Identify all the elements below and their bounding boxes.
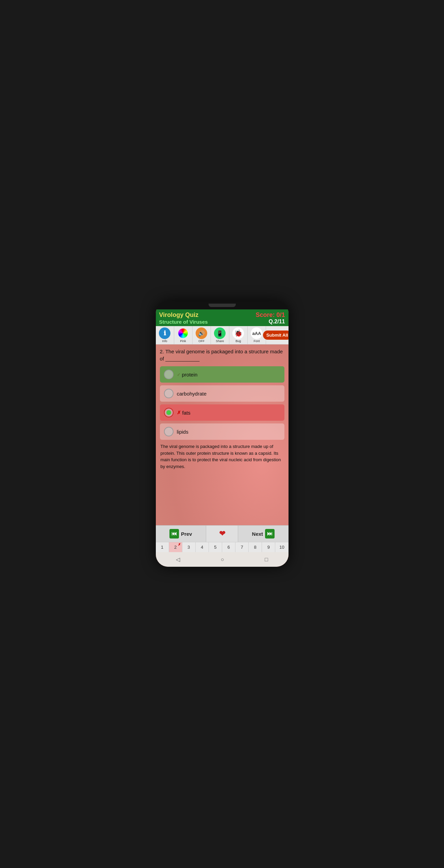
- option-1[interactable]: ✓ protein: [160, 366, 284, 383]
- next-label: Next: [252, 531, 263, 537]
- app-title: Virology Quiz: [159, 311, 199, 319]
- info-label: Info: [162, 339, 167, 343]
- screen: Virology Quiz Score: 0/1 Structure of Vi…: [156, 309, 289, 567]
- radio-2: [164, 389, 174, 398]
- page-9[interactable]: 9: [262, 542, 275, 552]
- prev-icon: ⏮: [169, 529, 179, 539]
- toolbar-submit[interactable]: Submit All: [266, 329, 289, 341]
- explanation: The viral genome is packaged into a stru…: [160, 443, 284, 470]
- prev-label: Prev: [181, 531, 192, 537]
- header-row2: Structure of Viruses Q.2/11: [159, 319, 285, 325]
- bottom-nav: ⏮ Prev ❤ Next ⏭: [156, 525, 289, 542]
- toolbar-pink[interactable]: Pink: [174, 326, 193, 344]
- page-8[interactable]: 8: [249, 542, 262, 552]
- content: Virology Quiz Score: 0/1 Structure of Vi…: [156, 309, 289, 567]
- question-number: Q.2/11: [268, 319, 285, 325]
- heart-icon: ❤: [219, 529, 225, 538]
- toolbar-speaker[interactable]: 🔊 OFF: [193, 326, 211, 344]
- heart-button[interactable]: ❤: [206, 526, 238, 542]
- option-4[interactable]: lipids: [160, 423, 284, 440]
- back-button[interactable]: ◁: [169, 555, 187, 564]
- toolbar-info[interactable]: ℹ Info: [156, 326, 174, 344]
- quiz-area: 2. The viral genome is packaged into a s…: [156, 344, 289, 525]
- page-1[interactable]: 1: [156, 542, 169, 552]
- subtitle: Structure of Viruses: [159, 319, 208, 325]
- radio-4: [164, 427, 174, 436]
- radio-inner-3: [166, 410, 171, 415]
- option-text-4: lipids: [177, 429, 188, 435]
- font-icon: aAA: [251, 327, 262, 339]
- phone-frame: Virology Quiz Score: 0/1 Structure of Vi…: [156, 301, 289, 567]
- submit-all-button[interactable]: Submit All: [263, 331, 289, 340]
- wrong-mark-2: ✗: [178, 543, 181, 546]
- bug-icon: 🐞: [232, 327, 244, 339]
- page-5[interactable]: 5: [209, 542, 222, 552]
- radio-3: [164, 408, 174, 417]
- option-2[interactable]: carbohydrate: [160, 385, 284, 402]
- font-label: Font: [253, 339, 260, 343]
- share-icon: 📱: [214, 327, 226, 339]
- header-row1: Virology Quiz Score: 0/1: [159, 311, 285, 319]
- page-3[interactable]: 3: [182, 542, 196, 552]
- option-text-1: protein: [182, 372, 198, 377]
- toolbar-bug[interactable]: 🐞 Bug: [229, 326, 248, 344]
- page-2[interactable]: 2✗: [169, 542, 182, 552]
- score-display: Score: 0/1: [256, 311, 285, 319]
- info-icon: ℹ: [159, 327, 170, 339]
- option-text-3: fats: [182, 410, 191, 416]
- status-bar: [156, 301, 289, 309]
- recent-button[interactable]: □: [258, 555, 275, 564]
- toolbar: ℹ Info Pink 🔊 OFF 📱 Share: [156, 326, 289, 344]
- question-text: 2. The viral genome is packaged into a s…: [160, 348, 284, 362]
- bug-label: Bug: [235, 339, 241, 343]
- notch: [209, 304, 236, 307]
- option-text-2: carbohydrate: [177, 391, 207, 397]
- next-icon: ⏭: [265, 529, 275, 539]
- page-4[interactable]: 4: [196, 542, 209, 552]
- system-nav: ◁ ○ □: [156, 552, 289, 567]
- page-10[interactable]: 10: [275, 542, 288, 552]
- radio-1: [164, 370, 174, 379]
- pink-label: Pink: [180, 339, 186, 343]
- pink-icon: [177, 327, 189, 339]
- page-numbers: 1 2✗ 3 4 5 6 7 8 9 10: [156, 542, 289, 552]
- x-mark-3: ✗: [177, 410, 181, 415]
- home-button[interactable]: ○: [214, 555, 231, 564]
- option-3[interactable]: ✗ fats: [160, 404, 284, 421]
- next-button[interactable]: Next ⏭: [238, 526, 288, 542]
- toolbar-share[interactable]: 📱 Share: [211, 326, 229, 344]
- speaker-label: OFF: [198, 339, 204, 343]
- speaker-icon: 🔊: [196, 327, 207, 339]
- header: Virology Quiz Score: 0/1 Structure of Vi…: [156, 309, 289, 326]
- prev-button[interactable]: ⏮ Prev: [156, 526, 206, 542]
- share-label: Share: [216, 339, 224, 343]
- page-7[interactable]: 7: [235, 542, 249, 552]
- check-mark-1: ✓: [177, 372, 181, 377]
- page-6[interactable]: 6: [222, 542, 235, 552]
